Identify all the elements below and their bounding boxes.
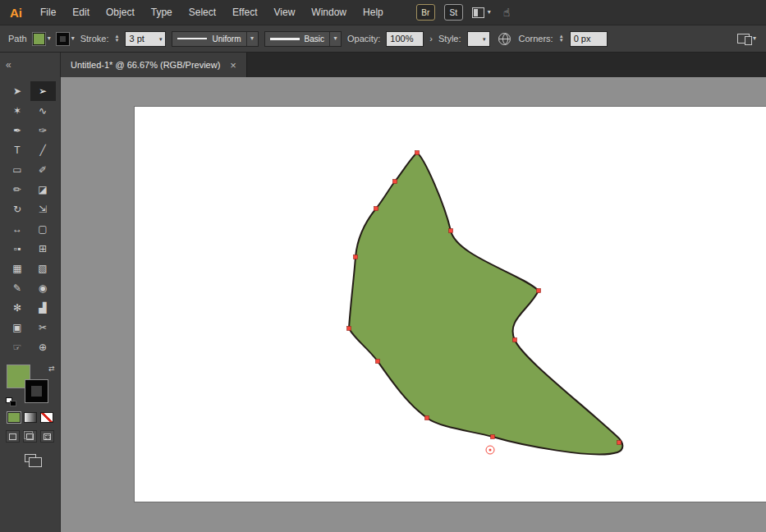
fill-color-dropdown[interactable]: ▾ bbox=[33, 33, 51, 45]
anchor-point[interactable] bbox=[617, 441, 622, 445]
magic-wand-tool[interactable]: ✶ bbox=[5, 101, 30, 121]
symbol-sprayer-tool-icon: ✻ bbox=[13, 303, 21, 313]
blend-tool[interactable]: ◉ bbox=[30, 278, 56, 298]
width-profile-dropdown[interactable]: Uniform ▾ bbox=[172, 31, 258, 47]
draw-normal-button[interactable] bbox=[6, 430, 20, 443]
rectangle-tool[interactable]: ▭ bbox=[5, 160, 30, 180]
lasso-tool[interactable]: ∿ bbox=[30, 101, 56, 121]
arrange-documents-button[interactable]: ▾ bbox=[737, 34, 756, 44]
anchor-point[interactable] bbox=[376, 360, 380, 364]
anchor-point[interactable] bbox=[537, 289, 541, 293]
opacity-value: 100% bbox=[390, 34, 413, 44]
stroke-swatch[interactable] bbox=[57, 33, 69, 45]
collapse-toolbar-button[interactable]: « bbox=[0, 53, 61, 77]
workspace-icon bbox=[472, 7, 484, 18]
corners-field[interactable]: 0 px bbox=[570, 31, 608, 47]
slice-tool[interactable]: ✂ bbox=[30, 318, 56, 337]
none-button[interactable] bbox=[40, 412, 53, 423]
anchor-point[interactable] bbox=[393, 180, 397, 184]
stock-button[interactable]: St bbox=[444, 4, 463, 21]
menu-edit[interactable]: Edit bbox=[64, 7, 98, 18]
symbol-sprayer-tool[interactable]: ✻ bbox=[5, 298, 30, 318]
document-tab[interactable]: Untitled-1* @ 66.67% (RGB/Preview) × bbox=[61, 53, 247, 77]
opacity-field[interactable]: 100% bbox=[386, 31, 424, 47]
opacity-label: Opacity: bbox=[347, 34, 380, 44]
gradient-tool[interactable]: ▧ bbox=[30, 259, 56, 278]
artboard-tool[interactable]: ▣ bbox=[5, 318, 30, 337]
line-segment-tool[interactable]: ╱ bbox=[30, 140, 56, 160]
style-dropdown[interactable]: ▾ bbox=[467, 31, 490, 47]
lasso-tool-icon: ∿ bbox=[39, 106, 47, 116]
artboard[interactable] bbox=[135, 107, 766, 502]
pen-tool-icon: ✒ bbox=[13, 126, 21, 135]
touch-workspace-icon[interactable]: ☝ bbox=[503, 6, 511, 19]
direct-selection-tool[interactable]: ➢ bbox=[30, 81, 56, 101]
eraser-tool[interactable]: ◪ bbox=[30, 180, 56, 200]
shape-builder-tool-icon: ▫▪ bbox=[14, 244, 21, 254]
pencil-tool[interactable]: ✏ bbox=[5, 180, 30, 200]
eyedropper-tool[interactable]: ✎ bbox=[5, 278, 30, 298]
fill-swatch[interactable] bbox=[33, 33, 45, 45]
swap-fill-stroke-button[interactable]: ⇄ bbox=[48, 365, 55, 373]
type-tool[interactable]: T bbox=[5, 140, 30, 160]
anchor-point[interactable] bbox=[491, 435, 495, 439]
draw-inside-button[interactable] bbox=[40, 430, 54, 443]
pasteboard[interactable] bbox=[61, 77, 766, 532]
shape-builder-tool[interactable]: ▫▪ bbox=[5, 239, 30, 259]
color-button[interactable] bbox=[7, 412, 21, 423]
column-graph-tool[interactable]: ▟ bbox=[30, 298, 56, 318]
pencil-tool-icon: ✏ bbox=[13, 185, 21, 195]
zoom-tool[interactable]: ⊕ bbox=[30, 337, 56, 357]
brush-definition-dropdown[interactable]: Basic ▾ bbox=[264, 31, 342, 47]
menu-effect[interactable]: Effect bbox=[224, 7, 265, 18]
curvature-tool[interactable]: ✑ bbox=[30, 121, 56, 140]
anchor-point[interactable] bbox=[415, 151, 420, 155]
hand-tool[interactable]: ☞ bbox=[5, 337, 30, 357]
menu-window[interactable]: Window bbox=[303, 7, 355, 18]
perspective-grid-tool[interactable]: ⊞ bbox=[30, 239, 56, 259]
anchor-point[interactable] bbox=[425, 416, 429, 420]
selection-tool[interactable]: ➤ bbox=[5, 81, 30, 101]
scale-tool[interactable]: ⇲ bbox=[30, 200, 56, 219]
stroke-color-swatch[interactable] bbox=[25, 380, 48, 402]
change-screen-mode-button[interactable] bbox=[17, 451, 44, 466]
anchor-point[interactable] bbox=[354, 255, 358, 259]
stroke-weight-field[interactable]: 3 pt ▾ bbox=[125, 31, 166, 47]
anchor-point[interactable] bbox=[374, 207, 378, 211]
pen-tool[interactable]: ✒ bbox=[5, 121, 30, 140]
stroke-color-dropdown[interactable]: ▾ bbox=[57, 33, 75, 45]
menu-object[interactable]: Object bbox=[98, 7, 143, 18]
chevron-down-icon: ▾ bbox=[250, 35, 254, 42]
bridge-button[interactable]: Br bbox=[416, 4, 435, 21]
rotate-tool[interactable]: ↻ bbox=[5, 200, 30, 219]
rectangle-tool-icon: ▭ bbox=[12, 165, 21, 175]
mesh-tool[interactable]: ▦ bbox=[5, 259, 30, 278]
artboard-tool-icon: ▣ bbox=[12, 323, 21, 332]
main-area: ➤➢✶∿✒✑T╱▭✐✏◪↻⇲↔▢▫▪⊞▦▧✎◉✻▟▣✂☞⊕ ⇄ bbox=[0, 77, 766, 532]
anchor-point[interactable] bbox=[449, 229, 453, 233]
paintbrush-tool[interactable]: ✐ bbox=[30, 160, 56, 180]
anchor-point[interactable] bbox=[347, 327, 351, 331]
control-bar: Path ▾ ▾ Stroke: ▲▼ 3 pt ▾ Uniform ▾ Bas… bbox=[0, 25, 766, 53]
draw-behind-button[interactable] bbox=[23, 430, 37, 443]
selected-path[interactable] bbox=[349, 153, 622, 454]
menu-help[interactable]: Help bbox=[355, 7, 392, 18]
menu-select[interactable]: Select bbox=[181, 7, 224, 18]
width-tool[interactable]: ↔ bbox=[5, 219, 30, 239]
free-transform-tool[interactable]: ▢ bbox=[30, 219, 56, 239]
draw-inside-icon bbox=[44, 433, 51, 440]
anchor-point[interactable] bbox=[513, 338, 517, 342]
menu-file[interactable]: File bbox=[32, 7, 64, 18]
close-tab-button[interactable]: × bbox=[230, 60, 236, 71]
default-fill-stroke-button[interactable] bbox=[6, 397, 16, 406]
menu-type[interactable]: Type bbox=[143, 7, 181, 18]
menu-view[interactable]: View bbox=[266, 7, 304, 18]
corners-stepper[interactable]: ▲▼ bbox=[559, 34, 564, 43]
workspace-switcher-button[interactable]: ▾ bbox=[472, 7, 491, 18]
opacity-flyout-arrow[interactable]: › bbox=[429, 34, 433, 44]
column-graph-tool-icon: ▟ bbox=[39, 303, 46, 313]
recolor-artwork-icon[interactable] bbox=[498, 33, 511, 45]
stroke-weight-stepper[interactable]: ▲▼ bbox=[115, 34, 120, 43]
scale-tool-icon: ⇲ bbox=[39, 204, 47, 214]
gradient-button[interactable] bbox=[24, 412, 37, 423]
